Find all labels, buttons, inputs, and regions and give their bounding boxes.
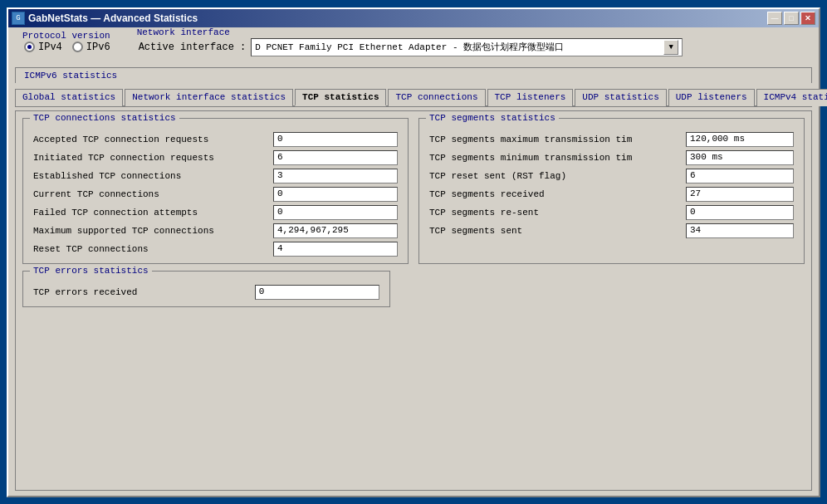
tab-udp-listen[interactable]: UDP listeners: [668, 89, 755, 106]
active-interface-dropdown[interactable]: D PCNET Family PCI Ethernet Adapter - 数据…: [251, 38, 683, 56]
main-panel: TCP connections statistics Accepted TCP …: [15, 110, 812, 491]
stat-value[interactable]: 0: [273, 132, 398, 147]
table-row: Established TCP connections 3: [33, 169, 398, 183]
table-row: TCP segments re-sent 0: [429, 205, 794, 220]
table-row: TCP segments received 27: [429, 187, 794, 202]
stat-label: TCP segments sent: [429, 226, 595, 236]
errors-row: TCP errors statistics TCP errors receive…: [22, 271, 805, 307]
dropdown-arrow-icon[interactable]: ▼: [663, 40, 678, 55]
table-row: Maximum supported TCP connections 4,294,…: [33, 223, 398, 238]
stat-value[interactable]: 300 ms: [686, 150, 794, 165]
tab-icmpv4[interactable]: ICMPv4 statistics: [756, 89, 827, 106]
tcp-errors-box: TCP errors statistics TCP errors receive…: [22, 271, 390, 307]
ipv6-radio[interactable]: IPv6: [72, 42, 110, 53]
main-tab-bar: Global statistics Network interface stat…: [15, 88, 812, 107]
table-row: TCP errors received 0: [33, 285, 379, 300]
table-row: TCP segments minimum transmission tim 30…: [429, 150, 794, 165]
stat-label: Initiated TCP connection requests: [33, 153, 214, 163]
stat-label: TCP segments maximum transmission tim: [429, 135, 632, 144]
stat-value[interactable]: 0: [686, 205, 794, 220]
stat-value[interactable]: 4,294,967,295: [273, 223, 398, 238]
stat-label: TCP reset sent (RST flag): [429, 171, 595, 181]
tab-network-iface[interactable]: Network interface statistics: [125, 89, 293, 106]
tcp-errors-grid: TCP errors received 0: [33, 285, 379, 300]
ipv6-label: IPv6: [86, 42, 110, 53]
stat-value[interactable]: 6: [686, 169, 794, 183]
stat-label: TCP segments minimum transmission tim: [429, 153, 632, 163]
stat-value[interactable]: 6: [273, 150, 398, 165]
stat-label: Accepted TCP connection requests: [33, 135, 208, 144]
table-row: Initiated TCP connection requests 6: [33, 150, 398, 165]
stat-label: TCP errors received: [33, 287, 199, 297]
tab-global[interactable]: Global statistics: [15, 89, 123, 106]
stat-label: Failed TCP connection attempts: [33, 208, 199, 218]
stat-label: Established TCP connections: [33, 171, 199, 181]
stat-value[interactable]: 0: [255, 285, 379, 300]
stat-label: TCP segments received: [429, 189, 595, 199]
ipv4-radio[interactable]: IPv4: [24, 42, 62, 53]
protocol-label: Protocol version: [21, 31, 112, 41]
stat-label: Maximum supported TCP connections: [33, 226, 214, 236]
tcp-segments-title: TCP segments statistics: [426, 113, 559, 123]
tcp-connections-title: TCP connections statistics: [30, 113, 179, 123]
active-interface-label: Active interface :: [139, 42, 247, 53]
tab-tcp-stats[interactable]: TCP statistics: [295, 89, 386, 106]
tcp-connections-grid: Accepted TCP connection requests 0 Initi…: [33, 132, 398, 257]
table-row: Accepted TCP connection requests 0: [33, 132, 398, 147]
main-window: G GabNetStats — Advanced Statistics — □ …: [7, 7, 820, 497]
table-row: TCP reset sent (RST flag) 6: [429, 169, 794, 183]
table-row: Reset TCP connections 4: [33, 242, 398, 257]
active-interface-value: D PCNET Family PCI Ethernet Adapter - 数据…: [255, 41, 564, 53]
tab-udp-stats[interactable]: UDP statistics: [575, 89, 666, 106]
stat-value[interactable]: 120,000 ms: [686, 132, 794, 147]
window-title: GabNetStats — Advanced Statistics: [28, 12, 198, 24]
network-interface-row: Active interface : D PCNET Family PCI Et…: [139, 38, 803, 56]
tcp-segments-box: TCP segments statistics TCP segments max…: [418, 118, 805, 264]
app-icon: G: [12, 12, 25, 25]
table-row: Failed TCP connection attempts 0: [33, 205, 398, 220]
top-controls-row: Protocol version IPv4 IPv6 Network inter…: [15, 32, 812, 61]
stat-label: Current TCP connections: [33, 189, 199, 199]
tab-tcp-conn[interactable]: TCP connections: [388, 89, 485, 106]
ipv4-label: IPv4: [38, 42, 62, 53]
stat-value[interactable]: 3: [273, 169, 398, 183]
network-label: Network interface: [135, 27, 232, 37]
stat-value[interactable]: 0: [273, 187, 398, 202]
title-bar: G GabNetStats — Advanced Statistics — □ …: [8, 9, 819, 27]
ipv4-radio-circle: [24, 42, 35, 52]
ipv6-radio-circle: [72, 42, 83, 52]
tcp-segments-grid: TCP segments maximum transmission tim 12…: [429, 132, 794, 238]
top-stats-row: TCP connections statistics Accepted TCP …: [22, 118, 805, 264]
table-row: TCP segments sent 34: [429, 223, 794, 238]
tcp-errors-title: TCP errors statistics: [30, 266, 152, 276]
tab-icmpv6[interactable]: ICMPv6 statistics: [15, 67, 812, 83]
stat-label: Reset TCP connections: [33, 244, 199, 254]
tcp-connections-box: TCP connections statistics Accepted TCP …: [22, 118, 409, 264]
stat-value[interactable]: 0: [273, 205, 398, 220]
stat-value[interactable]: 34: [686, 223, 794, 238]
close-button[interactable]: ✕: [800, 12, 815, 25]
minimize-button[interactable]: —: [767, 12, 782, 25]
protocol-radio-group: IPv4 IPv6: [24, 42, 110, 53]
table-row: Current TCP connections 0: [33, 187, 398, 202]
maximize-button[interactable]: □: [784, 12, 799, 25]
stat-label: TCP segments re-sent: [429, 208, 595, 218]
window-controls: — □ ✕: [767, 12, 815, 25]
content-area: Protocol version IPv4 IPv6 Network inter…: [8, 27, 819, 496]
icmpv6-tab-row: ICMPv6 statistics: [15, 67, 812, 83]
table-row: TCP segments maximum transmission tim 12…: [429, 132, 794, 147]
stat-value[interactable]: 27: [686, 187, 794, 202]
tab-tcp-listen[interactable]: TCP listeners: [487, 89, 574, 106]
stat-value[interactable]: 4: [273, 242, 398, 257]
